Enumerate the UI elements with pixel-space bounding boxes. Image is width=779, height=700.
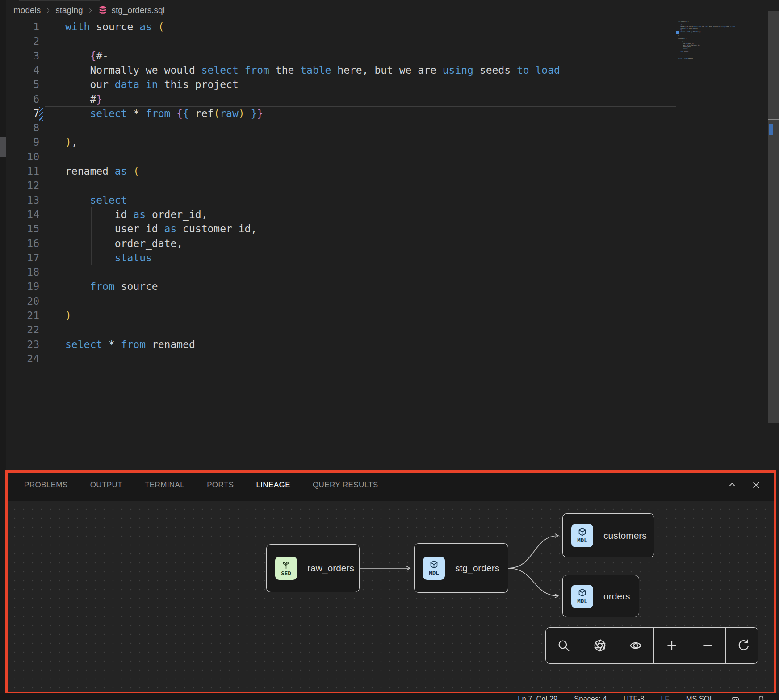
code-text: ) [65, 308, 71, 323]
plus-icon[interactable] [658, 632, 685, 659]
line-number: 2 [16, 34, 39, 48]
tab-problems[interactable]: PROBLEMS [24, 481, 68, 495]
code-text: select [65, 193, 127, 207]
code-line[interactable]: 19 from source [0, 279, 676, 294]
copilot-icon[interactable] [730, 695, 740, 700]
code-line[interactable]: 7 select * from {{ ref(raw) }} [0, 106, 676, 121]
tab-lineage[interactable]: LINEAGE [256, 481, 290, 495]
line-number: 20 [16, 294, 39, 308]
status-spaces[interactable]: Spaces: 4 [574, 695, 607, 700]
lineage-canvas[interactable]: SEDraw_ordersMDLstg_ordersMDLcustomersMD… [8, 501, 774, 692]
lineage-node-raw_orders[interactable]: SEDraw_orders [266, 544, 360, 592]
code-line[interactable]: 5 our data in this project [0, 77, 676, 92]
tab-ports[interactable]: PORTS [207, 481, 234, 495]
lineage-toolbar [545, 627, 758, 664]
code-text: order_date, [65, 236, 183, 251]
line-number: 6 [16, 92, 39, 106]
code-line[interactable]: 20 [0, 294, 676, 309]
node-label: orders [603, 591, 630, 602]
panel-tab-bar: PROBLEMSOUTPUTTERMINALPORTSLINEAGEQUERY … [8, 473, 774, 501]
refresh-icon[interactable] [730, 632, 757, 659]
code-line[interactable]: 10 [0, 150, 676, 164]
tab-output[interactable]: OUTPUT [90, 481, 122, 495]
line-number: 19 [16, 279, 39, 293]
editor-scrollbar[interactable] [768, 11, 779, 423]
minimap-modified-marker [676, 31, 679, 34]
code-line[interactable]: 11renamed as ( [0, 164, 676, 179]
code-line[interactable]: 2 [0, 34, 676, 49]
eye-icon[interactable] [622, 632, 649, 659]
code-line[interactable]: 22 [0, 323, 676, 337]
vscode-window: modelsstagingstg_orders.sql 1with source… [0, 0, 779, 700]
code-line[interactable]: 6 #} [0, 92, 676, 107]
status-lf[interactable]: LF [661, 695, 669, 700]
code-text: renamed as ( [65, 164, 139, 178]
code-line[interactable]: 17 status [0, 251, 676, 265]
code-line[interactable]: 24 [0, 352, 676, 366]
node-label: raw_orders [307, 563, 354, 574]
code-text: id as order_id, [65, 207, 208, 222]
chevron-up-icon[interactable] [727, 480, 737, 490]
line-number: 1 [16, 20, 39, 34]
code-line[interactable]: 18 [0, 265, 676, 280]
lineage-node-customers[interactable]: MDLcustomers [562, 513, 654, 557]
close-icon[interactable] [751, 480, 762, 490]
cube-badge: MDL [571, 585, 593, 608]
code-line[interactable]: 4 Normally we would select from the tabl… [0, 63, 676, 78]
line-number: 11 [16, 164, 39, 178]
code-text: select * from renamed [65, 337, 195, 352]
lineage-node-stg_orders[interactable]: MDLstg_orders [414, 543, 508, 593]
search-icon[interactable] [550, 632, 577, 659]
line-number: 10 [16, 150, 39, 164]
line-number: 9 [16, 135, 39, 149]
code-line[interactable]: 16 order_date, [0, 236, 676, 251]
line-number: 17 [16, 251, 39, 265]
line-number: 8 [16, 121, 39, 135]
line-number: 15 [16, 222, 39, 236]
code-line[interactable]: 13 select [0, 193, 676, 208]
code-text: #} [65, 92, 102, 106]
overview-ruler-modified-mark [769, 124, 773, 135]
code-text: ), [65, 135, 78, 149]
panel-actions [727, 480, 762, 490]
code-text: Normally we would select from the table … [65, 63, 560, 77]
status-utf-8[interactable]: UTF-8 [624, 695, 645, 700]
line-number: 24 [16, 352, 39, 366]
code-text: user_id as customer_id, [65, 222, 257, 236]
lineage-node-orders[interactable]: MDLorders [562, 575, 639, 617]
minus-icon[interactable] [694, 632, 721, 659]
code-line[interactable]: 1with source as ( [0, 20, 676, 34]
line-number: 3 [16, 49, 39, 63]
line-number: 21 [16, 308, 39, 323]
code-line[interactable]: 21) [0, 308, 676, 323]
code-editor[interactable]: 1with source as (23 {#-4 Normally we wou… [0, 0, 676, 423]
line-number: 12 [16, 178, 39, 193]
code-text: {#- [65, 49, 109, 63]
status-bar: Ln 7, Col 29Spaces: 4UTF-8LFMS SQL [0, 693, 779, 700]
code-line[interactable]: 9), [0, 135, 676, 150]
line-number: 4 [16, 63, 39, 77]
tab-terminal[interactable]: TERMINAL [145, 481, 184, 495]
code-line[interactable]: 8 [0, 121, 676, 135]
code-text: with source as ( [65, 20, 164, 34]
tab-query-results[interactable]: QUERY RESULTS [313, 481, 378, 495]
line-number: 16 [16, 236, 39, 251]
code-line[interactable]: 12 [0, 178, 676, 193]
code-line[interactable]: 3 {#- [0, 49, 676, 63]
line-number: 5 [16, 77, 39, 92]
bell-icon[interactable] [756, 695, 766, 700]
scrollbar-slider-edge [768, 119, 779, 120]
code-line[interactable]: 14 id as order_id, [0, 207, 676, 222]
status-ms[interactable]: MS SQL [686, 695, 714, 700]
line-number: 18 [16, 265, 39, 279]
cube-badge: MDL [423, 557, 445, 580]
status-ln[interactable]: Ln 7, Col 29 [518, 695, 557, 700]
code-line[interactable]: 15 user_id as customer_id, [0, 222, 676, 236]
minimap[interactable]: with source as ( {#- Normally we would s… [678, 21, 767, 70]
code-text: our data in this project [65, 77, 239, 92]
seedling-badge: SED [275, 557, 297, 580]
line-number: 22 [16, 323, 39, 337]
aperture-icon[interactable] [586, 632, 613, 659]
code-line[interactable]: 23select * from renamed [0, 337, 676, 352]
code-text: select * from {{ ref(raw) }} [65, 106, 263, 121]
